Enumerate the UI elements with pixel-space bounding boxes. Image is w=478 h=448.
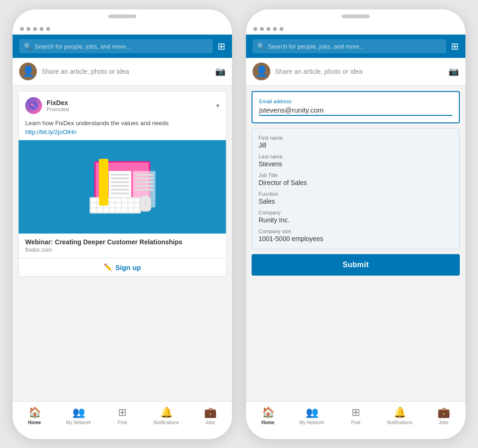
avatar-left: 👤: [19, 63, 37, 80]
ad-webinar-title: Webinar: Creating Deeper Customer Relati…: [25, 238, 219, 246]
ad-cta-button[interactable]: ✏️ Sign up: [19, 258, 226, 276]
key-23: [128, 208, 134, 212]
mouse-illustration: [140, 195, 151, 212]
bottom-nav-right: 🏠 Home 👥 My Network ⊞ Post 🔔 Notificatio…: [246, 401, 465, 430]
post-icon-left: ⊞: [118, 406, 127, 419]
ad-footer: Webinar: Creating Deeper Customer Relati…: [19, 234, 226, 258]
home-icon-right: 🏠: [262, 406, 274, 419]
phone-bottom-left: [13, 430, 232, 439]
key-4: [110, 199, 115, 202]
ad-cta-label: Sign up: [115, 263, 141, 271]
share-text-right[interactable]: Share an article, photo or idea: [275, 68, 444, 75]
email-card: Email address: [252, 91, 460, 123]
ad-body: Learn how FixDex understands the values …: [19, 120, 226, 140]
jobtitle-value: Director of Sales: [259, 179, 453, 186]
nav-item-home-right[interactable]: 🏠 Home: [246, 402, 290, 430]
nav-item-post-left[interactable]: ⊞ Post: [100, 402, 144, 430]
ad-link[interactable]: http://bit.ly/2joOlHn: [25, 128, 219, 135]
lastname-value: Stevens: [259, 160, 453, 168]
book-cover-yellow: [99, 159, 108, 206]
ad-title-block: FixDex Promoted: [47, 99, 211, 112]
key-12: [110, 203, 115, 207]
key-13: [116, 203, 121, 207]
nav-item-home-left[interactable]: 🏠 Home: [13, 402, 56, 430]
key-19: [104, 208, 109, 212]
ad-description: Learn how FixDex understands the values …: [25, 120, 219, 127]
info-row-function: Function Sales: [259, 191, 453, 205]
nav-item-jobs-right[interactable]: 💼 Jobs: [422, 402, 465, 430]
linkedin-header-left: 🔍 Search for people, jobs, and more... ⊞: [13, 35, 232, 58]
phone-left-content: 🔍 Search for people, jobs, and more... ⊞…: [13, 35, 232, 430]
grid-icon-right[interactable]: ⊞: [451, 41, 459, 52]
bottom-nav-left: 🏠 Home 👥 My Network ⊞ Post 🔔 Notificatio…: [13, 401, 232, 430]
network-label-right: My Network: [300, 420, 324, 425]
dot-5: [46, 27, 50, 31]
dot-r5: [280, 27, 283, 31]
dot-2: [27, 27, 30, 31]
search-bar-right[interactable]: 🔍 Search for people, jobs, and more...: [253, 39, 446, 53]
book-line-1: [111, 174, 129, 176]
search-placeholder-left: Search for people, jobs, and more...: [35, 43, 131, 50]
nav-item-jobs-left[interactable]: 💼 Jobs: [188, 402, 232, 430]
info-row-jobtitle: Job Title Director of Sales: [259, 172, 453, 186]
nav-item-network-right[interactable]: 👥 My Network: [290, 402, 334, 430]
phone-top-bar-right: [246, 9, 465, 23]
function-label: Function: [259, 191, 453, 197]
key-18: [97, 208, 102, 212]
book-line-3: [111, 181, 129, 183]
nav-item-network-left[interactable]: 👥 My Network: [56, 402, 100, 430]
notifications-label-left: Notifications: [154, 420, 179, 425]
notifications-icon-left: 🔔: [160, 406, 173, 419]
dot-r1: [253, 27, 257, 31]
notifications-label-right: Notifications: [387, 420, 412, 425]
ad-card: FixDex Promoted ▾ Learn how FixDex under…: [18, 91, 226, 277]
nav-item-notifications-left[interactable]: 🔔 Notifications: [144, 402, 188, 430]
search-bar-left[interactable]: 🔍 Search for people, jobs, and more...: [19, 39, 213, 53]
info-row-lastname: Last name Stevens: [259, 154, 453, 168]
jobs-icon-left: 💼: [204, 406, 217, 419]
book-line-r4: [135, 185, 154, 187]
jobtitle-label: Job Title: [259, 172, 453, 178]
key-20: [110, 208, 115, 212]
function-value: Sales: [259, 198, 453, 205]
jobs-icon-right: 💼: [437, 406, 450, 419]
share-bar-right: 👤 Share an article, photo or idea 📷: [246, 58, 465, 85]
grid-icon-left[interactable]: ⊞: [218, 41, 225, 52]
key-24: [134, 208, 140, 212]
feed-content-left[interactable]: FixDex Promoted ▾ Learn how FixDex under…: [13, 85, 232, 401]
book-line-6: [111, 192, 129, 194]
camera-icon-right[interactable]: 📷: [449, 66, 459, 77]
svg-point-1: [31, 103, 34, 106]
post-label-right: Post: [351, 420, 360, 425]
book-illustration: [85, 156, 160, 217]
phone-right-content: 🔍 Search for people, jobs, and more... ⊞…: [246, 35, 465, 430]
firstname-value: Jill: [259, 142, 453, 149]
nav-item-notifications-right[interactable]: 🔔 Notifications: [378, 402, 422, 430]
avatar-face-left: 👤: [22, 65, 35, 78]
submit-button[interactable]: Submit: [252, 254, 460, 276]
book-line-2: [111, 178, 129, 179]
firstname-label: First name: [259, 135, 453, 141]
nav-item-post-right[interactable]: ⊞ Post: [334, 402, 378, 430]
search-icon-left: 🔍: [24, 43, 32, 50]
dot-4: [40, 27, 43, 31]
key-14: [122, 203, 127, 207]
email-input[interactable]: [259, 106, 452, 116]
search-icon-right: 🔍: [257, 43, 265, 50]
ad-promoted-label: Promoted: [47, 107, 211, 112]
ad-chevron-icon[interactable]: ▾: [216, 102, 219, 109]
svg-point-2: [34, 105, 36, 108]
book-line-r5: [135, 189, 154, 191]
book-line-r2: [135, 178, 154, 179]
search-placeholder-right: Search for people, jobs, and more...: [268, 43, 365, 50]
phone-left: 🔍 Search for people, jobs, and more... ⊞…: [13, 9, 232, 439]
share-text-left[interactable]: Share an article, photo or idea: [42, 68, 211, 75]
network-icon-right: 👥: [306, 406, 318, 419]
key-6: [122, 199, 127, 202]
phone-notch-right: [342, 14, 370, 18]
key-22: [122, 208, 127, 212]
home-label-right: Home: [261, 420, 274, 425]
home-label-left: Home: [28, 420, 41, 425]
jobs-label-left: Jobs: [205, 420, 215, 425]
camera-icon-left[interactable]: 📷: [215, 66, 225, 77]
